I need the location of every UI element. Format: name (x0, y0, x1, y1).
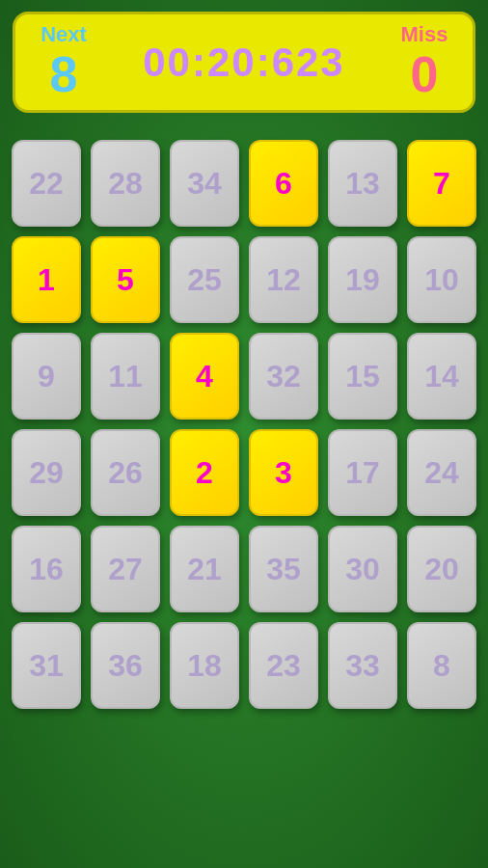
card-23[interactable]: 23 (249, 622, 318, 709)
miss-value: 0 (411, 47, 439, 102)
card-5[interactable]: 5 (91, 236, 160, 323)
card-30[interactable]: 30 (328, 526, 397, 612)
card-28[interactable]: 28 (91, 140, 160, 227)
card-24[interactable]: 24 (407, 429, 476, 516)
card-11[interactable]: 11 (91, 333, 160, 420)
card-18[interactable]: 18 (170, 622, 239, 709)
card-15[interactable]: 15 (328, 333, 397, 420)
card-21[interactable]: 21 (170, 526, 239, 612)
card-14[interactable]: 14 (407, 333, 476, 420)
card-19[interactable]: 19 (328, 236, 397, 323)
card-29[interactable]: 29 (12, 429, 81, 516)
card-33[interactable]: 33 (328, 622, 397, 709)
card-25[interactable]: 25 (170, 236, 239, 323)
miss-label: Miss (401, 22, 448, 47)
card-8[interactable]: 8 (407, 622, 476, 709)
card-7[interactable]: 7 (407, 140, 476, 227)
card-36[interactable]: 36 (91, 622, 160, 709)
card-16[interactable]: 16 (12, 526, 81, 612)
card-22[interactable]: 22 (12, 140, 81, 227)
timer-display: 00:20:623 (102, 40, 386, 86)
card-2[interactable]: 2 (170, 429, 239, 516)
next-box: Next 8 (25, 22, 102, 103)
card-20[interactable]: 20 (407, 526, 476, 612)
miss-box: Miss 0 (386, 22, 463, 103)
next-label: Next (41, 22, 87, 47)
card-6[interactable]: 6 (249, 140, 318, 227)
card-3[interactable]: 3 (249, 429, 318, 516)
card-34[interactable]: 34 (170, 140, 239, 227)
card-35[interactable]: 35 (249, 526, 318, 612)
card-32[interactable]: 32 (249, 333, 318, 420)
header-bar: Next 8 00:20:623 Miss 0 (13, 12, 475, 113)
card-1[interactable]: 1 (12, 236, 81, 323)
card-26[interactable]: 26 (91, 429, 160, 516)
card-27[interactable]: 27 (91, 526, 160, 612)
number-grid: 2228346137152512191091143215142926231724… (12, 140, 476, 709)
card-31[interactable]: 31 (12, 622, 81, 709)
card-9[interactable]: 9 (12, 333, 81, 420)
card-13[interactable]: 13 (328, 140, 397, 227)
next-value: 8 (50, 47, 78, 102)
card-10[interactable]: 10 (407, 236, 476, 323)
card-17[interactable]: 17 (328, 429, 397, 516)
card-12[interactable]: 12 (249, 236, 318, 323)
card-4[interactable]: 4 (170, 333, 239, 420)
